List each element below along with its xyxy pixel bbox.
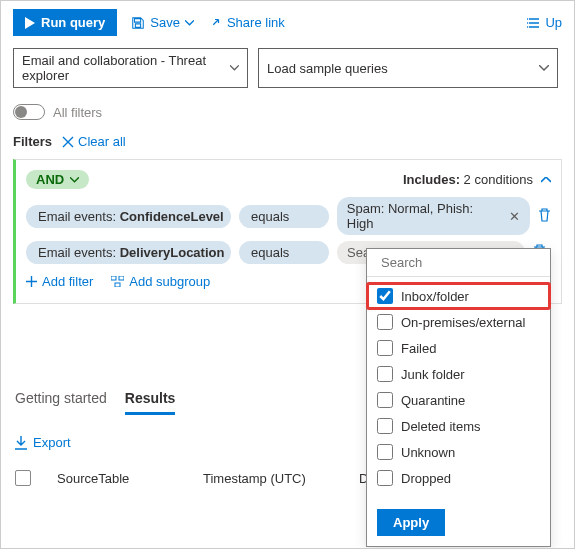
up-label: Up (545, 15, 562, 30)
share-label: Share link (227, 15, 285, 30)
option-checkbox[interactable] (377, 366, 393, 382)
svg-point-0 (527, 18, 528, 20)
option-deleted-items[interactable]: Deleted items (367, 413, 550, 439)
filters-title: Filters (13, 134, 52, 149)
svg-rect-4 (119, 276, 124, 280)
value-dropdown-popover: Inbox/folder On-premises/external Failed… (366, 248, 551, 547)
svg-point-2 (527, 26, 528, 28)
close-icon (62, 136, 74, 148)
chevron-up-icon[interactable] (541, 177, 551, 183)
option-on-premises-external[interactable]: On-premises/external (367, 309, 550, 335)
condition-row: Email events: ConfidenceLevel equals Spa… (26, 197, 551, 235)
chevron-down-icon (70, 177, 79, 183)
option-checkbox[interactable] (377, 418, 393, 434)
chevron-down-icon (539, 65, 549, 71)
scope-value: Email and collaboration - Threat explore… (22, 53, 230, 83)
export-label: Export (33, 435, 71, 450)
play-icon (25, 17, 35, 29)
toggle-knob (15, 106, 27, 118)
clear-all-label: Clear all (78, 134, 126, 149)
value-text: Spam: Normal, Phish: High (347, 201, 503, 231)
toolbar: Run query Save Share link Up (1, 1, 574, 44)
add-filter-label: Add filter (42, 274, 93, 289)
and-operator-pill[interactable]: AND (26, 170, 89, 189)
svg-point-1 (527, 22, 528, 24)
share-link-button[interactable]: Share link (208, 15, 285, 30)
all-filters-row: All filters (1, 96, 574, 126)
all-filters-label: All filters (53, 105, 102, 120)
chevron-down-icon (185, 20, 194, 26)
filters-header: Filters Clear all (1, 126, 574, 159)
column-timestamp[interactable]: Timestamp (UTC) (203, 471, 333, 486)
all-filters-toggle[interactable] (13, 104, 45, 120)
save-label: Save (150, 15, 180, 30)
sample-queries-value: Load sample queries (267, 61, 388, 76)
share-icon (208, 16, 222, 30)
option-checkbox[interactable] (377, 288, 393, 304)
download-icon (15, 436, 27, 450)
svg-rect-5 (115, 283, 120, 287)
popover-search (367, 249, 550, 277)
add-subgroup-label: Add subgroup (129, 274, 210, 289)
add-filter-button[interactable]: Add filter (26, 274, 93, 289)
option-checkbox[interactable] (377, 392, 393, 408)
up-button[interactable]: Up (527, 15, 562, 30)
field-pill[interactable]: Email events: ConfidenceLevel (26, 205, 231, 228)
option-unknown[interactable]: Unknown (367, 439, 550, 465)
column-sourcetable[interactable]: SourceTable (57, 471, 177, 486)
option-checkbox[interactable] (377, 444, 393, 460)
apply-button[interactable]: Apply (377, 509, 445, 536)
chevron-down-icon (230, 65, 239, 71)
option-dropped[interactable]: Dropped (367, 465, 550, 491)
filter-panel: AND Includes: 2 conditions Email events:… (13, 159, 562, 304)
popover-search-input[interactable] (381, 255, 549, 270)
save-button[interactable]: Save (131, 15, 194, 30)
scope-dropdown[interactable]: Email and collaboration - Threat explore… (13, 48, 248, 88)
includes-summary: Includes: 2 conditions (403, 172, 533, 187)
sample-queries-dropdown[interactable]: Load sample queries (258, 48, 558, 88)
option-quarantine[interactable]: Quarantine (367, 387, 550, 413)
svg-rect-3 (111, 276, 116, 280)
plus-icon (26, 276, 37, 287)
option-checkbox[interactable] (377, 340, 393, 356)
tab-getting-started[interactable]: Getting started (15, 390, 107, 415)
option-list: Inbox/folder On-premises/external Failed… (367, 277, 550, 501)
run-query-label: Run query (41, 15, 105, 30)
list-icon (527, 16, 541, 30)
and-label: AND (36, 172, 64, 187)
run-query-button[interactable]: Run query (13, 9, 117, 36)
option-junk-folder[interactable]: Junk folder (367, 361, 550, 387)
operator-pill[interactable]: equals (239, 205, 329, 228)
scope-row: Email and collaboration - Threat explore… (1, 44, 574, 96)
option-checkbox[interactable] (377, 314, 393, 330)
panel-head: AND Includes: 2 conditions (26, 170, 551, 189)
add-subgroup-button[interactable]: Add subgroup (111, 274, 210, 289)
delete-condition-icon[interactable] (538, 208, 551, 225)
option-failed[interactable]: Failed (367, 335, 550, 361)
save-icon (131, 16, 145, 30)
option-checkbox[interactable] (377, 470, 393, 486)
value-pill[interactable]: Spam: Normal, Phish: High ✕ (337, 197, 530, 235)
tab-results[interactable]: Results (125, 390, 176, 415)
subgroup-icon (111, 276, 124, 287)
select-all-checkbox[interactable] (15, 470, 31, 486)
clear-all-button[interactable]: Clear all (62, 134, 126, 149)
operator-pill[interactable]: equals (239, 241, 329, 264)
clear-value-icon[interactable]: ✕ (509, 209, 520, 224)
option-inbox-folder[interactable]: Inbox/folder (367, 283, 550, 309)
field-pill[interactable]: Email events: DeliveryLocation (26, 241, 231, 264)
